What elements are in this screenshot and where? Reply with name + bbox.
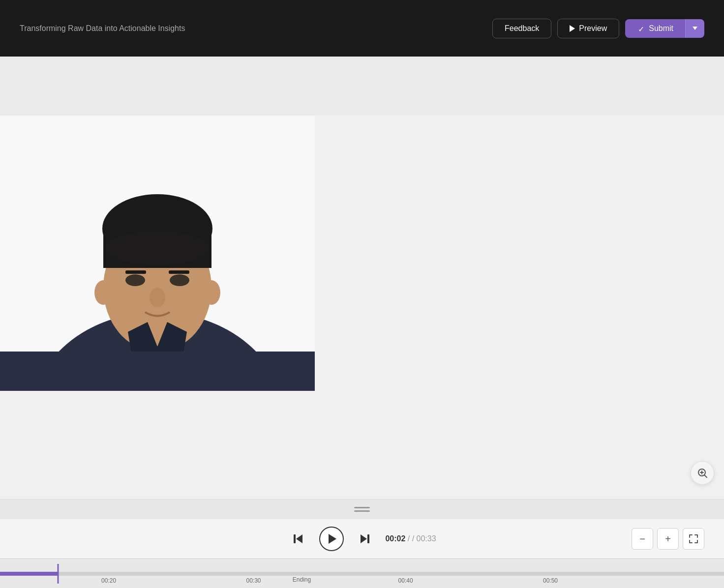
timeline-marker-1: 00:20	[101, 577, 116, 584]
skip-forward-button[interactable]	[354, 528, 375, 550]
play-button[interactable]	[319, 527, 344, 551]
header-title: Transforming Raw Data into Actionable In…	[20, 24, 185, 33]
preview-button[interactable]: Preview	[557, 19, 619, 38]
svg-point-8	[125, 274, 145, 286]
controls-right: − +	[436, 528, 704, 550]
feedback-button[interactable]: Feedback	[492, 19, 551, 38]
play-icon	[329, 534, 336, 544]
timeline-bar	[0, 572, 724, 576]
header-actions: Feedback Preview Submit	[492, 19, 704, 38]
video-panel	[0, 116, 411, 499]
drag-handle[interactable]	[0, 500, 724, 519]
svg-rect-17	[367, 534, 369, 543]
current-time: 00:02	[385, 534, 405, 543]
submit-group: Submit	[625, 19, 704, 38]
svg-rect-10	[125, 270, 146, 274]
drag-lines-icon	[354, 507, 370, 512]
submit-label: Submit	[649, 24, 673, 33]
svg-rect-16	[294, 534, 296, 543]
svg-rect-15	[0, 352, 315, 391]
check-icon	[637, 25, 645, 32]
fit-icon	[688, 533, 699, 544]
timeline-marker-2: 00:30	[246, 577, 261, 584]
timeline-marker-3: 00:40	[398, 577, 413, 584]
skip-forward-icon	[358, 532, 371, 546]
side-panel	[411, 116, 724, 499]
preview-label: Preview	[579, 24, 607, 33]
svg-point-12	[150, 288, 165, 307]
zoom-search-icon	[696, 467, 708, 479]
video-row	[0, 116, 724, 499]
fit-button[interactable]	[683, 528, 704, 550]
submit-button[interactable]: Submit	[625, 19, 685, 38]
time-display: 00:02 / / 00:33	[385, 534, 436, 543]
timeline-progress	[0, 572, 58, 576]
main-content: 00:02 / / 00:33 − +	[0, 57, 724, 588]
time-separator: /	[408, 534, 410, 543]
total-time: 00:33	[417, 534, 436, 543]
svg-point-9	[170, 274, 189, 286]
zoom-in-icon: +	[665, 533, 671, 545]
svg-point-14	[203, 280, 220, 305]
playhead	[57, 564, 59, 584]
top-area	[0, 57, 724, 116]
controls-center: 00:02 / / 00:33	[288, 527, 436, 551]
bottom-area: 00:02 / / 00:33 − +	[0, 499, 724, 588]
submit-dropdown-button[interactable]	[685, 19, 704, 38]
zoom-out-button[interactable]: −	[632, 528, 653, 550]
preview-play-icon	[570, 25, 575, 32]
skip-back-icon	[292, 532, 305, 546]
svg-point-7	[106, 231, 209, 265]
svg-rect-11	[169, 270, 189, 274]
svg-point-13	[94, 280, 112, 305]
chevron-down-icon	[693, 27, 697, 30]
zoom-out-icon: −	[639, 533, 645, 545]
timeline[interactable]: 00:20 00:30 Ending 00:40 00:50	[0, 559, 724, 588]
zoom-search-button[interactable]	[691, 461, 714, 485]
ending-badge: Ending	[290, 575, 314, 584]
header: Transforming Raw Data into Actionable In…	[0, 0, 724, 57]
timeline-marker-4: 00:50	[543, 577, 558, 584]
skip-back-button[interactable]	[288, 528, 309, 550]
zoom-in-button[interactable]: +	[657, 528, 679, 550]
video-frame	[0, 116, 411, 391]
video-placeholder	[0, 116, 411, 499]
playback-controls: 00:02 / / 00:33 − +	[0, 519, 724, 559]
